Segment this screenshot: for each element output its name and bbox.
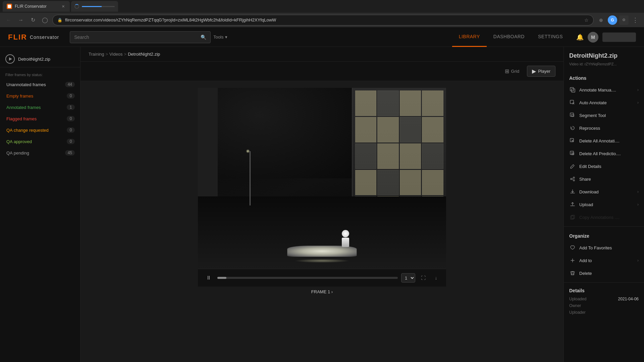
action-download[interactable]: Download › xyxy=(564,185,644,198)
active-tab[interactable]: FLIR Conservator ✕ xyxy=(3,1,70,12)
loading-tab[interactable] xyxy=(71,1,118,12)
home-button[interactable]: ◯ xyxy=(40,15,50,25)
delete-pred-icon xyxy=(569,150,576,157)
sidebar-video-name: DetroitNight2.zip xyxy=(18,57,50,62)
action-share[interactable]: Share xyxy=(564,173,644,185)
bookmark-icon[interactable]: ☆ xyxy=(584,17,589,23)
action-add-to-favorites[interactable]: Add To Favorites xyxy=(564,241,644,254)
video-play-icon xyxy=(5,54,15,64)
detail-uploaded: Uploaded 2021-04-06 xyxy=(569,297,639,301)
svg-point-9 xyxy=(571,178,572,180)
frame-label[interactable]: FRAME 1 › xyxy=(309,287,335,297)
action-upload[interactable]: Upload › xyxy=(564,198,644,211)
download-frame-button[interactable]: ↓ xyxy=(431,273,441,283)
details-section: Details Uploaded 2021-04-06 Owner Upload… xyxy=(564,285,644,319)
action-delete-predictions[interactable]: Delete All Predictio.... xyxy=(564,147,644,160)
window xyxy=(422,170,443,195)
window xyxy=(377,143,399,169)
person-head xyxy=(342,230,349,237)
thermal-person xyxy=(342,230,349,247)
nav-settings[interactable]: SETTINGS xyxy=(531,27,570,47)
download-frame-icon: ↓ xyxy=(435,275,437,281)
action-add-to-label: Add to xyxy=(579,258,634,263)
tools-chevron-icon: ▾ xyxy=(225,35,227,40)
player-view-button[interactable]: ▶ Player xyxy=(527,66,555,77)
add-to-icon xyxy=(569,257,576,264)
breadcrumb-training[interactable]: Training xyxy=(89,52,104,57)
progress-bar[interactable] xyxy=(217,277,398,279)
action-segment-tool[interactable]: Segment Tool xyxy=(564,109,644,122)
action-auto-annotate[interactable]: Auto Annotate › xyxy=(564,96,644,109)
details-title: Details xyxy=(569,288,639,293)
back-button[interactable]: ← xyxy=(4,15,13,25)
filter-annotated[interactable]: Annotated frames 1 xyxy=(0,102,80,113)
url-text: flirconservator.com/videos/rZYhNqRemzdPZ… xyxy=(65,17,582,22)
window xyxy=(355,117,377,142)
logo-conservator: Conservator xyxy=(30,35,59,40)
breadcrumb-videos[interactable]: Videos xyxy=(109,52,123,57)
action-download-label: Download xyxy=(579,189,634,194)
action-reprocess-label: Reprocess xyxy=(579,126,639,131)
action-share-label: Share xyxy=(579,177,639,182)
notifications-button[interactable]: 🔔 xyxy=(576,34,584,41)
player-icon: ▶ xyxy=(532,68,536,74)
loading-progress xyxy=(82,6,102,7)
action-download-arrow: › xyxy=(637,189,639,194)
browser-menu-button[interactable]: ⋮ xyxy=(631,15,640,25)
action-edit-details[interactable]: Edit Details xyxy=(564,160,644,173)
user-avatar[interactable]: M xyxy=(588,32,598,43)
tab-favicon xyxy=(7,4,12,9)
svg-rect-1 xyxy=(572,89,575,92)
extension-icon[interactable]: ⚙ xyxy=(619,15,629,25)
action-upload-label: Upload xyxy=(579,202,634,207)
forward-button[interactable]: → xyxy=(16,15,25,25)
detail-owner-key: Owner xyxy=(569,303,581,308)
filter-empty[interactable]: Empty frames 0 xyxy=(0,90,80,102)
detail-uploaded-value: 2021-04-06 xyxy=(618,297,639,301)
thermal-street xyxy=(198,196,446,269)
profile-button[interactable]: G xyxy=(608,15,617,25)
fullscreen-button[interactable]: ⛶ xyxy=(419,273,428,283)
nav-dashboard[interactable]: DASHBOARD xyxy=(487,27,531,47)
filter-qa-pending-count: 45 xyxy=(65,150,75,156)
sidebar-video: DetroitNight2.zip xyxy=(0,51,80,67)
action-add-to[interactable]: Add to › xyxy=(564,254,644,267)
svg-rect-0 xyxy=(570,87,574,91)
action-annotate-manually[interactable]: Annotate Manua.... › xyxy=(564,83,644,96)
page-area: Training > Videos > DetroitNight2.zip ⊞ … xyxy=(80,47,564,362)
action-annotate-arrow: › xyxy=(637,87,639,92)
window xyxy=(355,170,377,195)
address-bar[interactable]: 🔒 flirconservator.com/videos/rZYhNqRemzd… xyxy=(52,15,594,25)
action-reprocess[interactable]: Reprocess xyxy=(564,122,644,134)
actions-section-header: Actions xyxy=(564,73,644,83)
action-auto-label: Auto Annotate xyxy=(579,100,634,105)
reload-button[interactable]: ↻ xyxy=(28,15,38,25)
frame-selector[interactable]: 1 xyxy=(401,273,415,283)
action-add-to-arrow: › xyxy=(637,258,639,263)
search-bar[interactable]: 🔍 xyxy=(70,31,211,43)
detail-uploaded-key: Uploaded xyxy=(569,297,586,301)
nav-library[interactable]: LIBRARY xyxy=(452,27,487,47)
tools-button[interactable]: Tools ▾ xyxy=(211,33,230,41)
action-delete-pred-label: Delete All Predictio.... xyxy=(579,151,639,156)
filter-qa-pending[interactable]: QA pending 45 xyxy=(0,147,80,159)
filter-qa-approved[interactable]: QA approved 0 xyxy=(0,136,80,147)
action-delete-annotations[interactable]: Delete All Annotati.... xyxy=(564,134,644,147)
thermal-building-left xyxy=(198,88,218,196)
play-triangle-icon xyxy=(9,57,12,61)
pause-button[interactable]: ⏸ xyxy=(203,273,214,283)
fullscreen-icon: ⛶ xyxy=(421,275,426,281)
grid-icon: ⊞ xyxy=(505,68,509,74)
filter-flagged[interactable]: Flagged frames 0 xyxy=(0,113,80,124)
extensions-button[interactable]: ⊕ xyxy=(596,15,606,25)
action-delete[interactable]: Delete xyxy=(564,267,644,280)
search-input[interactable] xyxy=(74,35,198,40)
right-panel-title: DetroitNight2.zip xyxy=(564,52,644,62)
download-icon xyxy=(569,188,576,195)
tab-close-button[interactable]: ✕ xyxy=(60,4,66,9)
grid-view-button[interactable]: ⊞ Grid xyxy=(500,66,525,77)
filter-qa-change[interactable]: QA change requested 0 xyxy=(0,124,80,136)
filter-unannotated[interactable]: Unannotated frames 44 xyxy=(0,79,80,90)
pause-icon: ⏸ xyxy=(206,275,211,281)
window xyxy=(400,170,421,195)
